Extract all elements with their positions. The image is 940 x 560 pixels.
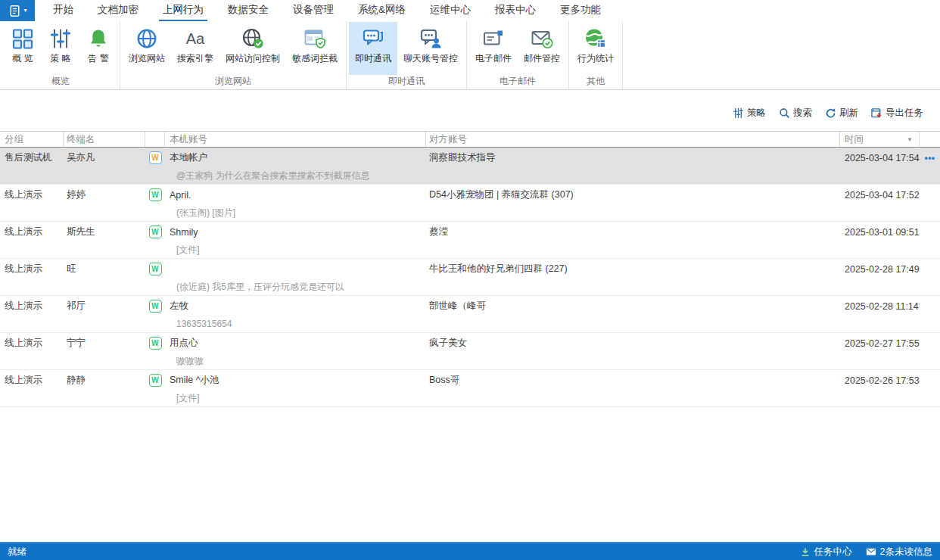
filter-caret-icon[interactable]: ▼ xyxy=(907,136,919,143)
task-center-button[interactable]: 任务中心 xyxy=(800,546,852,558)
toolbar-refresh-button[interactable]: 刷新 xyxy=(825,104,858,121)
wechat-badge-icon: W xyxy=(149,226,162,238)
wechat-badge-icon: W xyxy=(149,337,162,350)
policy-sliders-icon xyxy=(49,26,72,50)
table-row[interactable]: 线上演示静静WSmile ^小池Boss哥2025-02-26 17:53:00… xyxy=(0,370,940,407)
ribbon-button-3-1[interactable]: 邮件管控 xyxy=(518,22,566,75)
cell-group: 线上演示 xyxy=(0,222,64,241)
cell-local-account: April. xyxy=(165,185,426,204)
ribbon: 概 览策 略告 警概览浏览网站Aa搜索引擎网站访问控制敏感词拦截浏览网站即时通讯… xyxy=(0,21,940,90)
menu-tab-2[interactable]: 上网行为 xyxy=(159,0,207,21)
download-icon xyxy=(800,546,811,557)
cell-remote-account: 蔡滢 xyxy=(426,222,840,241)
search-engine-aa-icon: Aa xyxy=(184,26,207,50)
wechat-badge-icon: W xyxy=(149,374,162,387)
cell-remote-account: 部世峰（峰哥 xyxy=(426,297,840,316)
column-header-0[interactable]: 分组 xyxy=(0,132,64,147)
cell-terminal-name: 静静 xyxy=(64,371,145,390)
message-preview: 嗷嗷嗷 xyxy=(176,355,204,368)
column-header-5[interactable]: 时间▼ xyxy=(840,132,920,147)
ribbon-button-0-2[interactable]: 告 警 xyxy=(79,22,117,75)
ribbon-button-0-0[interactable]: 概 览 xyxy=(4,22,42,75)
table-row[interactable]: 线上演示旺W牛比王和他的好兄弟们四群 (227)2025-02-28 17:49… xyxy=(0,259,940,296)
ribbon-button-1-2[interactable]: 网站访问控制 xyxy=(219,22,286,75)
ribbon-group-4: 行为统计其他 xyxy=(569,21,623,89)
cell-time: 2025-03-04 17:52:00 xyxy=(840,185,920,204)
wechat-icon: W xyxy=(145,222,165,241)
column-header-label: 终端名 xyxy=(67,133,95,146)
menu-tab-4[interactable]: 设备管理 xyxy=(289,0,338,21)
column-header-label: 分组 xyxy=(5,133,23,146)
row-actions-button xyxy=(920,185,940,204)
ribbon-button-2-0[interactable]: 即时通讯 xyxy=(349,22,397,75)
column-header-6[interactable] xyxy=(920,132,940,147)
cell-local-account: 本地帐户 xyxy=(165,148,426,167)
ribbon-button-0-1[interactable]: 策 略 xyxy=(42,22,79,75)
wechat-icon: W xyxy=(145,185,165,204)
message-preview: 13635315654 xyxy=(176,319,232,329)
column-header-label: 本机账号 xyxy=(170,133,207,146)
column-header-1[interactable]: 终端名 xyxy=(64,132,145,147)
toolbar-button-label: 刷新 xyxy=(839,107,858,120)
svg-text:Aa: Aa xyxy=(186,30,205,46)
table-body: 售后测试机吴亦凡W本地帐户洞察眼技术指导2025-03-04 17:54:17•… xyxy=(0,148,940,407)
main-content: 策略搜索刷新导出任务 分组终端名本机账号对方账号时间▼ 售后测试机吴亦凡W本地帐… xyxy=(0,90,940,542)
unread-mail-icon xyxy=(866,546,876,557)
list-toolbar: 策略搜索刷新导出任务 xyxy=(0,90,940,123)
menu-tab-8[interactable]: 更多功能 xyxy=(556,0,605,21)
ribbon-button-4-0[interactable]: 行为统计 xyxy=(571,22,620,75)
unread-messages-button[interactable]: 2条未读信息 xyxy=(866,546,932,558)
cell-group: 线上演示 xyxy=(0,371,64,390)
table-row[interactable]: 售后测试机吴亦凡W本地帐户洞察眼技术指导2025-03-04 17:54:17•… xyxy=(0,148,940,185)
message-preview: [文件] xyxy=(176,392,200,405)
ribbon-button-3-0[interactable]: 电子邮件 xyxy=(469,22,518,75)
toolbar-export-tasks-button[interactable]: 导出任务 xyxy=(871,104,923,121)
message-preview: (徐近庭) 我5库里，压评分玩感觉是还可以 xyxy=(176,281,344,294)
cell-time: 2025-02-28 17:49:00 xyxy=(840,260,920,278)
wechat-icon: W xyxy=(145,334,165,353)
table-row[interactable]: 线上演示祁厅W左牧部世峰（峰哥2025-02-28 11:14:00136353… xyxy=(0,296,940,333)
ribbon-button-1-0[interactable]: 浏览网站 xyxy=(123,22,171,75)
column-header-label: 对方账号 xyxy=(429,133,467,146)
cell-time: 2025-03-01 09:51:00 xyxy=(840,222,920,241)
toolbar-sliders-icon xyxy=(733,107,744,119)
toolbar-policy-button[interactable]: 策略 xyxy=(733,104,766,121)
menu-tab-7[interactable]: 报表中心 xyxy=(491,0,540,21)
ribbon-group-3: 电子邮件邮件管控电子邮件 xyxy=(467,21,569,89)
ribbon-button-2-1[interactable]: 聊天账号管控 xyxy=(397,22,464,75)
menu-tab-6[interactable]: 运维中心 xyxy=(426,0,475,21)
ribbon-button-label: 策 略 xyxy=(50,52,70,65)
cell-local-account: 左牧 xyxy=(165,297,426,316)
ribbon-button-label: 聊天账号管控 xyxy=(403,52,458,65)
ribbon-button-label: 告 警 xyxy=(88,52,108,65)
cell-terminal-name: 宁宁 xyxy=(64,334,145,353)
toolbar-button-label: 搜索 xyxy=(793,107,812,120)
chat-account-icon xyxy=(419,26,442,50)
column-header-4[interactable]: 对方账号 xyxy=(426,132,840,147)
table-header: 分组终端名本机账号对方账号时间▼ xyxy=(0,131,940,148)
row-actions-button[interactable]: ••• xyxy=(920,148,940,167)
ribbon-button-1-1[interactable]: Aa搜索引擎 xyxy=(171,22,219,75)
ribbon-group-label: 浏览网站 xyxy=(123,75,344,89)
table-row[interactable]: 线上演示斯先生WShmily蔡滢2025-03-01 09:51:00[文件] xyxy=(0,222,940,259)
export-icon xyxy=(871,107,882,119)
ribbon-button-label: 浏览网站 xyxy=(129,52,165,65)
message-preview: (张玉阁) [图片] xyxy=(176,207,235,219)
cell-time: 2025-02-26 17:53:00 xyxy=(840,371,920,390)
ribbon-button-1-3[interactable]: 敏感词拦截 xyxy=(286,22,344,75)
app-menu-button[interactable]: ▾ xyxy=(0,0,35,21)
table-row[interactable]: 线上演示宁宁W用点心疯子美女2025-02-27 17:55:00嗷嗷嗷 xyxy=(0,333,940,370)
cell-time: 2025-02-28 11:14:00 xyxy=(840,297,920,316)
menu-tab-3[interactable]: 数据安全 xyxy=(224,0,272,21)
column-header-3[interactable]: 本机账号 xyxy=(165,132,426,147)
toolbar-search-button[interactable]: 搜索 xyxy=(779,104,812,121)
menu-tab-0[interactable]: 开始 xyxy=(49,0,77,21)
menu-tab-1[interactable]: 文档加密 xyxy=(94,0,142,21)
menu-tab-5[interactable]: 系统&网络 xyxy=(354,0,409,21)
cell-group: 线上演示 xyxy=(0,260,64,278)
ribbon-button-label: 概 览 xyxy=(12,52,33,65)
row-actions-button xyxy=(920,371,940,390)
table-row[interactable]: 线上演示婷婷WApril.D54小雅宠物团 | 养猫交流群 (307)2025-… xyxy=(0,185,940,222)
column-header-2[interactable] xyxy=(145,132,165,147)
cell-terminal-name: 吴亦凡 xyxy=(64,148,145,167)
